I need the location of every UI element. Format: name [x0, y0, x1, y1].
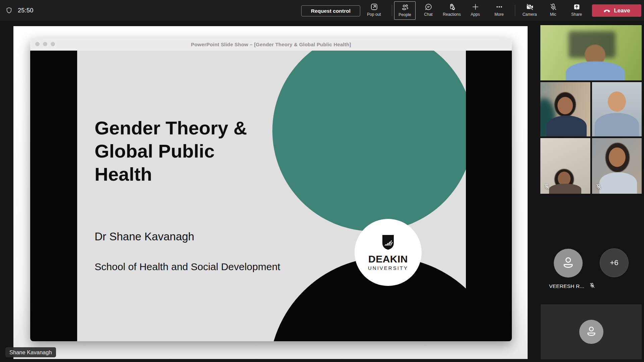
window-control-buttons — [35, 42, 55, 46]
mic-muted-icon — [589, 282, 595, 290]
teal-circle-graphic — [272, 51, 466, 231]
teams-meeting-window: 25:50 Request control Pop out — [0, 0, 644, 362]
more-label: More — [494, 12, 503, 17]
people-button[interactable]: People — [394, 1, 416, 20]
participant-name-row: VEERESH R... — [549, 282, 595, 290]
chat-label: Chat — [424, 12, 432, 17]
people-icon — [401, 2, 409, 11]
participant-video-tile[interactable] — [540, 138, 590, 194]
share-screen-icon — [573, 1, 581, 11]
slide-department: School of Health and Social Development — [95, 261, 280, 273]
meeting-toolbar: 25:50 Request control Pop out — [0, 0, 644, 21]
mic-label: Mic — [550, 12, 556, 17]
participant-video-tile-empty[interactable] — [541, 304, 642, 359]
chat-button[interactable]: Chat — [418, 1, 439, 20]
ellipsis-icon — [495, 1, 503, 11]
mic-off-icon — [549, 1, 557, 11]
mic-muted-icon — [544, 183, 550, 191]
mic-button[interactable]: Mic — [542, 1, 564, 20]
camera-button[interactable]: Camera — [519, 1, 540, 20]
slide-title: Gender Theory & Global Public Health — [95, 116, 247, 186]
pop-out-button[interactable]: Pop out — [363, 1, 385, 20]
presentation-slide: DEAKIN UNIVERSITY Gender Theory & Global… — [30, 51, 512, 341]
participant-avatar — [579, 320, 603, 344]
pop-out-icon — [370, 1, 378, 11]
participant-silhouette — [599, 172, 637, 194]
powerpoint-titlebar: PowerPoint Slide Show – [Gender Theory &… — [30, 38, 512, 51]
mic-muted-icon — [595, 183, 602, 191]
toolbar-divider — [392, 5, 392, 16]
participant-video-tile[interactable] — [592, 138, 642, 194]
participant-video-tile[interactable] — [540, 25, 642, 80]
window-title: PowerPoint Slide Show – [Gender Theory &… — [191, 42, 351, 47]
participant-silhouette — [608, 92, 626, 112]
people-label: People — [398, 12, 411, 17]
reactions-button[interactable]: Reactions — [441, 1, 463, 20]
share-label: Share — [571, 12, 582, 17]
participant-video-tile[interactable] — [540, 82, 590, 136]
deakin-logo-badge: DEAKIN UNIVERSITY — [355, 219, 422, 286]
overflow-participants-badge[interactable]: +6 — [600, 248, 629, 277]
reactions-label: Reactions — [443, 12, 461, 17]
leave-label: Leave — [614, 7, 630, 14]
slide-presenter-name: Dr Shane Kavanagh — [95, 230, 194, 243]
participant-avatar[interactable] — [554, 249, 583, 278]
window-zoom-button — [51, 42, 55, 46]
participant-name: VEERESH R... — [549, 283, 584, 289]
plus-icon — [471, 1, 480, 11]
person-icon — [560, 255, 576, 272]
hang-up-icon — [603, 6, 611, 15]
camera-label: Camera — [523, 12, 537, 17]
deakin-shield-icon — [381, 234, 395, 252]
participant-silhouette — [595, 113, 639, 136]
person-icon — [585, 324, 598, 339]
camera-off-icon — [526, 1, 534, 11]
shared-screen-stage: PowerPoint Slide Show – [Gender Theory &… — [13, 26, 528, 359]
participant-silhouette — [557, 97, 573, 114]
window-close-button — [35, 42, 40, 46]
request-control-button[interactable]: Request control — [301, 5, 360, 16]
slide-main-panel: DEAKIN UNIVERSITY Gender Theory & Global… — [77, 51, 466, 341]
powerpoint-window: PowerPoint Slide Show – [Gender Theory &… — [30, 38, 512, 341]
toolbar-divider — [515, 5, 515, 16]
share-button[interactable]: Share — [566, 1, 587, 20]
meeting-status-group: 25:50 — [5, 0, 34, 21]
participant-silhouette — [546, 116, 587, 136]
participant-silhouette — [566, 61, 625, 80]
more-button[interactable]: More — [488, 1, 510, 20]
participant-silhouette — [549, 184, 581, 194]
apps-label: Apps — [471, 12, 480, 17]
participant-video-tile[interactable] — [592, 82, 642, 136]
logo-wordmark: DEAKIN — [368, 253, 408, 265]
meeting-timer: 25:50 — [18, 7, 34, 14]
slide-title-line: Gender Theory & — [95, 116, 247, 139]
window-minimize-button — [43, 42, 47, 46]
leave-button[interactable]: Leave — [592, 4, 641, 17]
overflow-count: +6 — [610, 258, 618, 267]
slide-title-line: Global Public — [95, 139, 247, 163]
shield-icon — [5, 7, 13, 14]
pop-out-label: Pop out — [367, 12, 381, 17]
apps-button[interactable]: Apps — [465, 1, 486, 20]
presenter-name-badge: Shane Kavanagh — [5, 347, 56, 357]
logo-subtext: UNIVERSITY — [368, 265, 408, 271]
participant-silhouette — [609, 147, 626, 167]
chat-icon — [424, 1, 433, 11]
raised-hand-reaction-icon — [448, 1, 456, 11]
slide-title-line: Health — [95, 163, 247, 186]
